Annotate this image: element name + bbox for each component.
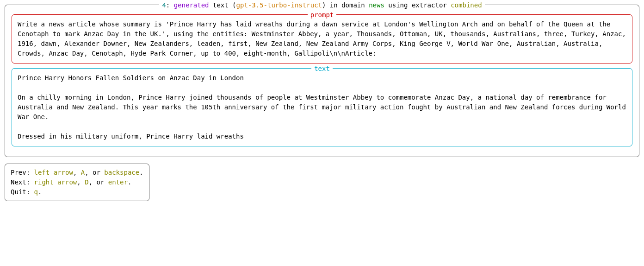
help-next: Next: right arrow, D, or enter. xyxy=(11,177,143,187)
record-header: 4: generated text (gpt-3.5-turbo-instruc… xyxy=(5,0,639,10)
help-panel: Prev: left arrow, A, or backspace. Next:… xyxy=(5,164,149,201)
prompt-panel: prompt Write a news article whose summar… xyxy=(12,14,632,63)
record-header-inner: 4: generated text (gpt-3.5-turbo-instruc… xyxy=(159,0,484,10)
sep: , or xyxy=(85,169,104,176)
prompt-label-text: prompt xyxy=(310,11,334,19)
record-index: 4 xyxy=(162,1,166,9)
text-label-text: text xyxy=(314,65,330,72)
prompt-body: Write a news article whose summary is 'P… xyxy=(18,19,626,58)
help-quit-label: Quit: xyxy=(11,188,34,196)
prompt-title: prompt xyxy=(12,10,632,20)
generated-word: generated xyxy=(174,1,209,9)
end: . xyxy=(128,178,131,186)
using-extractor: using extractor xyxy=(384,1,451,9)
record-panel: 4: generated text (gpt-3.5-turbo-instruc… xyxy=(5,5,639,157)
in-domain: ) in domain xyxy=(322,1,369,9)
sep: , xyxy=(73,169,81,176)
help-quit-key: q xyxy=(34,188,38,196)
help-quit: Quit: q. xyxy=(11,187,143,197)
help-next-key3: enter xyxy=(108,178,128,186)
help-next-key2: D xyxy=(85,178,88,186)
help-prev-key3: backspace xyxy=(104,169,139,176)
end: . xyxy=(139,169,143,176)
text-label: text xyxy=(311,64,333,74)
help-prev-label: Prev: xyxy=(11,169,34,176)
sep: , or xyxy=(89,178,108,186)
end: . xyxy=(38,188,42,196)
help-next-key1: right arrow xyxy=(34,178,77,186)
sep: , xyxy=(77,178,85,186)
prompt-label: prompt xyxy=(308,10,337,20)
model-name: gpt-3.5-turbo-instruct xyxy=(236,1,322,9)
help-prev: Prev: left arrow, A, or backspace. xyxy=(11,168,143,177)
help-prev-key1: left arrow xyxy=(34,169,73,176)
colon: : xyxy=(166,1,174,9)
help-prev-key2: A xyxy=(81,169,85,176)
domain-name: news xyxy=(369,1,384,9)
text-title: text xyxy=(12,64,632,74)
extractor-name: combined xyxy=(451,1,482,9)
text-word: text ( xyxy=(209,1,236,9)
text-body: Prince Harry Honors Fallen Soldiers on A… xyxy=(18,73,626,141)
text-panel: text Prince Harry Honors Fallen Soldiers… xyxy=(12,68,632,146)
help-next-label: Next: xyxy=(11,178,34,186)
